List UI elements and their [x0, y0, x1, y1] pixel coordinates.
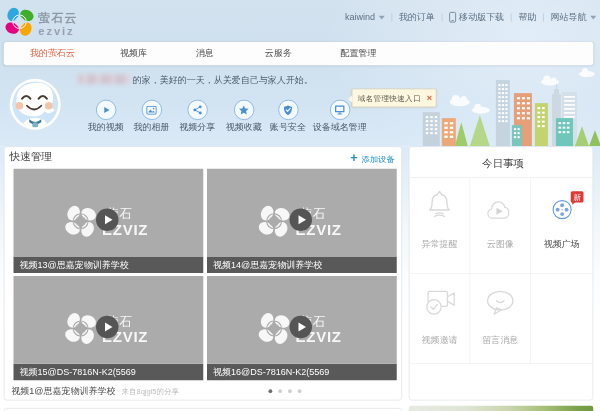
callout-close-icon[interactable]: × [427, 93, 432, 102]
play-button-icon[interactable] [96, 209, 119, 232]
quick-link-video-favorites[interactable]: 视频收藏 [226, 100, 262, 134]
page-dot[interactable] [269, 389, 273, 393]
panel-title: 快速管理 [10, 150, 52, 164]
cloud-play-icon [470, 190, 530, 220]
site-nav-menu[interactable]: 网站导航 [551, 11, 597, 24]
shield-check-icon [278, 100, 298, 120]
page-dot[interactable] [298, 389, 302, 393]
ezviz-watermark: 萤石 EZVIZ [257, 205, 362, 240]
new-badge: 新 [571, 191, 584, 202]
chevron-down-icon [590, 15, 596, 19]
divider [392, 13, 393, 21]
photo-icon [141, 100, 161, 120]
divider [511, 13, 512, 21]
plus-icon: + [350, 151, 357, 165]
video-thumbnail[interactable]: 萤石 EZVIZ [14, 276, 204, 364]
today-item-cloud-images[interactable]: 云图像 [470, 178, 531, 274]
callout-text: 域名管理快速入口 [358, 93, 421, 104]
nav-tab-config[interactable]: 配置管理 [341, 42, 377, 65]
today-item-alerts[interactable]: 异常提醒 [410, 178, 471, 274]
quick-link-my-albums[interactable]: 我的相册 [134, 100, 170, 134]
welcome-text: 的家，美好的一天，从关爱自己与家人开始。 [133, 74, 313, 87]
play-button-icon[interactable] [290, 209, 313, 232]
ezviz-portal-page: 萤石云 ezviz kaiwind 我的订单 移动版下载 帮助 网站导航 我的萤… [0, 0, 600, 411]
nav-tab-cloud-service[interactable]: 云服务 [265, 42, 292, 65]
quick-manage-footer: 视频1@思嘉宠物训养学校 来自8qjgi5的分享 [5, 378, 402, 401]
username-label: kaiwind [345, 12, 375, 23]
city-skyline-illustration [415, 60, 600, 146]
ezviz-watermark: 萤石 EZVIZ [257, 312, 362, 347]
chevron-down-icon [379, 15, 385, 19]
message-bubble-icon [470, 286, 530, 316]
play-circle-icon [96, 100, 116, 120]
video-thumbnail[interactable]: 萤石 EZVIZ [207, 169, 397, 257]
today-item-video-invite[interactable]: 视频邀请 [410, 274, 471, 364]
monitor-icon [330, 100, 350, 120]
add-device-button[interactable]: +添加设备 [350, 151, 394, 166]
ezviz-watermark: 萤石 EZVIZ [63, 312, 168, 347]
promo-image-strip [409, 406, 594, 411]
video-caption: 视频13@思嘉宠物训养学校 [14, 257, 204, 274]
phone-icon [449, 12, 456, 23]
video-thumbnail[interactable]: 萤石 EZVIZ [14, 169, 204, 257]
video-cell[interactable]: 萤石 EZVIZ 视频16@DS-7816N-K2(5569 [207, 276, 397, 380]
nav-tab-my-ezviz[interactable]: 我的萤石云 [30, 42, 75, 65]
my-orders-link[interactable]: 我的订单 [399, 11, 435, 24]
video-caption: 视频14@思嘉宠物训养学校 [207, 257, 397, 274]
quick-link-my-videos[interactable]: 我的视频 [88, 100, 124, 134]
page-dot[interactable] [278, 389, 282, 393]
share-icon [187, 100, 207, 120]
today-item-empty [531, 274, 593, 364]
logo-text-en: ezviz [38, 24, 74, 37]
today-title: 今日事项 [410, 147, 593, 178]
quick-link-account-security[interactable]: 账号安全 [270, 100, 306, 134]
domain-callout: 域名管理快速入口 × [352, 89, 437, 108]
film-reel-icon: 新 [531, 190, 593, 220]
watermark-flower-icon [257, 205, 292, 238]
video-cell[interactable]: 萤石 EZVIZ 视频15@DS-7816N-K2(5569 [14, 276, 204, 380]
divider [543, 13, 544, 21]
today-item-messages[interactable]: 留言消息 [470, 274, 531, 364]
nav-tab-video-library[interactable]: 视频库 [120, 42, 147, 65]
help-link[interactable]: 帮助 [518, 11, 536, 24]
shared-video-name[interactable]: 视频1@思嘉宠物训养学校 [11, 385, 115, 398]
watermark-flower-icon [63, 312, 98, 345]
play-button-icon[interactable] [290, 316, 313, 339]
avatar[interactable] [9, 78, 62, 131]
video-thumbnail[interactable]: 萤石 EZVIZ [207, 276, 397, 364]
blurred-username [78, 74, 131, 84]
play-button-icon[interactable] [96, 316, 119, 339]
video-cell[interactable]: 萤石 EZVIZ 视频13@思嘉宠物训养学校 [14, 169, 204, 273]
star-icon [234, 100, 254, 120]
today-item-video-square[interactable]: 新 视频广场 [531, 178, 593, 274]
divider [442, 13, 443, 21]
ezviz-watermark: 萤石 EZVIZ [63, 205, 168, 240]
ezviz-logo[interactable]: 萤石云 ezviz [5, 6, 170, 41]
page-dot[interactable] [288, 389, 292, 393]
quick-manage-header: 快速管理 +添加设备 [5, 147, 402, 169]
ezviz-flower-icon [5, 7, 35, 37]
watermark-flower-icon [257, 312, 292, 345]
quick-link-video-share[interactable]: 视频分享 [179, 100, 215, 134]
watermark-flower-icon [63, 205, 98, 238]
mobile-download-link[interactable]: 移动版下载 [449, 11, 504, 24]
camcorder-icon [410, 286, 470, 316]
main-navbar: 我的萤石云 视频库 消息 云服务 配置管理 [4, 42, 594, 65]
pagination-dots [269, 389, 302, 393]
shared-video-source: 来自8qjgi5的分享 [122, 386, 180, 397]
quick-manage-panel: 快速管理 +添加设备 [4, 146, 402, 400]
video-cell[interactable]: 萤石 EZVIZ 视频14@思嘉宠物训养学校 [207, 169, 397, 273]
username-menu[interactable]: kaiwind [345, 12, 385, 23]
today-panel: 今日事项 异常提醒 云图像 [409, 146, 594, 400]
top-menu: kaiwind 我的订单 移动版下载 帮助 网站导航 [345, 11, 596, 25]
bell-icon [410, 190, 470, 220]
nav-tab-messages[interactable]: 消息 [196, 42, 214, 65]
